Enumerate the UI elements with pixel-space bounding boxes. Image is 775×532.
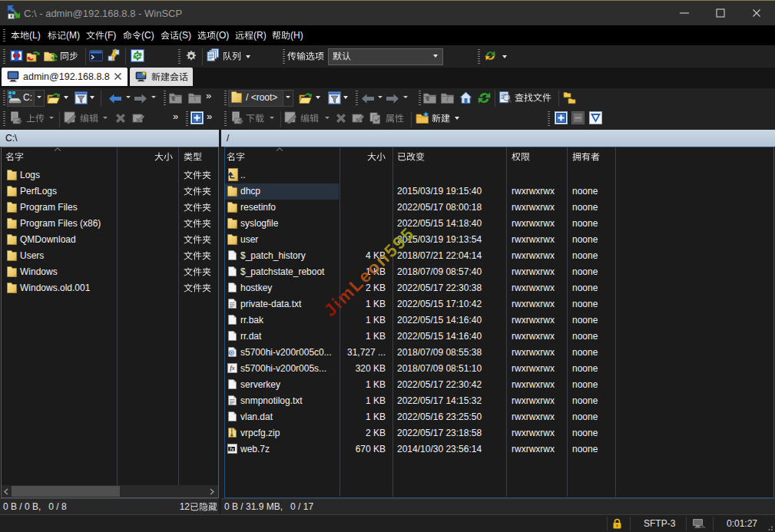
svg-text:fx: fx: [230, 365, 235, 372]
svg-text:7z: 7z: [230, 447, 234, 451]
svg-text:G: G: [230, 350, 233, 355]
